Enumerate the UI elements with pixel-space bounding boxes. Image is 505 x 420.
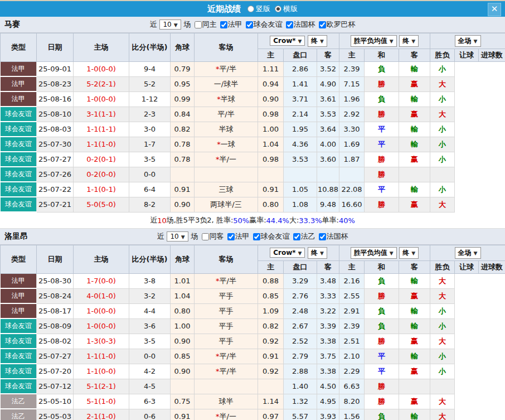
league-cell: 球会友谊 bbox=[1, 182, 37, 197]
league-filter-checkbox[interactable] bbox=[319, 233, 326, 240]
odds-away-cell: 0.91 bbox=[258, 349, 284, 364]
col-corners: 角球 bbox=[171, 33, 195, 62]
summary-line: 近10场,胜5平3负2, 胜率:50% 赢率:44.4% 大:33.3% 单率:… bbox=[0, 213, 505, 229]
filter-option[interactable]: 法乙 bbox=[291, 231, 315, 242]
goals-cell bbox=[430, 379, 455, 394]
filter-option[interactable]: 法甲 bbox=[218, 20, 242, 30]
avg-draw-cell: 3.38 bbox=[317, 364, 339, 379]
col-avg-home: 主 bbox=[339, 49, 365, 62]
vertical-radio[interactable] bbox=[247, 6, 254, 12]
avg-draw-cell: 3.22 bbox=[317, 303, 339, 318]
league-filter-checkbox[interactable] bbox=[286, 21, 293, 28]
handicap-star: * bbox=[216, 155, 220, 163]
close-icon[interactable]: ✕ bbox=[488, 3, 501, 16]
scope-select[interactable]: 全场▼ bbox=[455, 247, 481, 259]
score-cell: 5-2(2-1) bbox=[74, 76, 129, 91]
col-score: 比分(半场) bbox=[129, 33, 171, 62]
odds-home-cell: 0.99 bbox=[171, 91, 195, 107]
handicap-cell: *半/一 bbox=[195, 409, 258, 420]
avg-home-cell: 1.32 bbox=[284, 394, 317, 409]
avg-draw-cell: 9.48 bbox=[317, 197, 339, 212]
filter-option[interactable]: 法国杯 bbox=[317, 231, 348, 242]
league-filter-checkbox[interactable] bbox=[319, 21, 326, 28]
avg-select[interactable]: 胜平负均值▼ bbox=[351, 35, 397, 47]
filter-option[interactable]: 同客 bbox=[200, 231, 224, 242]
odds-away-cell: 0.97 bbox=[258, 409, 284, 420]
avg-select[interactable]: 胜平负均值▼ bbox=[351, 247, 397, 259]
col-type: 类型 bbox=[1, 245, 37, 274]
handicap-cell: 平/半 bbox=[195, 107, 258, 122]
match-row: 球会友谊25-07-201-1(0-0)4-20.90*平/半0.922.883… bbox=[1, 364, 505, 379]
goals-cell: 大 bbox=[430, 274, 455, 289]
score-cell: 5-1(2-1) bbox=[74, 379, 129, 394]
avg-away-cell: 2.10 bbox=[339, 349, 365, 364]
same-venue-checkbox[interactable] bbox=[202, 233, 209, 240]
match-count-select[interactable]: 10▼ bbox=[167, 231, 188, 242]
match-row: 球会友谊25-07-301-1(1-0)1-70.78*一球1.044.364.… bbox=[1, 137, 505, 152]
league-filter-checkbox[interactable] bbox=[253, 233, 260, 240]
result-cell: 勝 bbox=[365, 394, 399, 409]
result-cell: 負 bbox=[365, 303, 399, 318]
odds-away-cell bbox=[258, 379, 284, 394]
avg-home-cell: 2.86 bbox=[284, 62, 317, 77]
score-cell: 1-1(0-0) bbox=[74, 364, 129, 379]
filter-option[interactable]: 球会友谊 bbox=[251, 231, 290, 242]
filter-option[interactable]: 欧罗巴杯 bbox=[317, 20, 356, 30]
goals-cell: 小 bbox=[430, 303, 455, 318]
handicap-cell: *平/半 bbox=[195, 349, 258, 364]
vertical-radio-label[interactable]: 竖版 bbox=[256, 4, 270, 14]
avg-home-cell: 1.05 bbox=[284, 182, 317, 197]
summary-segment: 赢率: bbox=[249, 215, 266, 225]
avg-draw-cell: 3.60 bbox=[317, 152, 339, 167]
filter-option[interactable]: 同主 bbox=[192, 20, 217, 30]
result-cell: 平 bbox=[365, 364, 399, 379]
odds-home-cell: 0.95 bbox=[171, 76, 195, 91]
goals-cell: 大 bbox=[430, 76, 455, 91]
match-row: 球会友谊25-07-260-2(0-0)0-0勝 bbox=[1, 167, 505, 182]
avg-home-cell: 2.79 bbox=[284, 349, 317, 364]
avg-away-cell: 1.69 bbox=[339, 137, 365, 152]
league-filter-label: 法乙 bbox=[301, 231, 315, 242]
result-cell: 負 bbox=[365, 62, 399, 77]
odds-final-select[interactable]: 终▼ bbox=[308, 247, 327, 259]
match-count-value: 10 bbox=[163, 21, 171, 28]
avg-draw-cell: 4.95 bbox=[317, 394, 339, 409]
horizontal-radio-label[interactable]: 横版 bbox=[283, 4, 298, 14]
same-venue-checkbox[interactable] bbox=[195, 21, 202, 28]
league-filter-checkbox[interactable] bbox=[293, 233, 300, 240]
avg-draw-cell: 3.64 bbox=[317, 122, 339, 137]
summary-segment: 10 bbox=[157, 216, 167, 225]
avg-final-select[interactable]: 终▼ bbox=[399, 35, 419, 47]
handicap-cell: 平手 bbox=[195, 318, 258, 334]
match-row: 法甲25-08-235-2(2-1)5-20.95一/球半0.941.414.9… bbox=[1, 76, 505, 91]
col-avg-away: 客 bbox=[399, 49, 430, 62]
avg-final-select[interactable]: 终▼ bbox=[399, 247, 419, 259]
horizontal-radio[interactable] bbox=[275, 6, 281, 12]
scope-select[interactable]: 全场▼ bbox=[455, 35, 481, 47]
bookmaker-select[interactable]: Crow*▼ bbox=[270, 248, 305, 258]
avg-away-cell: 2.39 bbox=[339, 62, 365, 77]
filter-option[interactable]: 法国杯 bbox=[284, 20, 315, 30]
avg-away-cell: 2.51 bbox=[339, 334, 365, 349]
match-count-select[interactable]: 10▼ bbox=[159, 20, 181, 30]
league-filter-checkbox[interactable] bbox=[246, 21, 253, 28]
avg-home-cell: 1.41 bbox=[284, 76, 317, 91]
result-cell: 平 bbox=[365, 137, 399, 152]
odds-final-select[interactable]: 终▼ bbox=[308, 35, 327, 47]
avg-home-cell: 1.40 bbox=[284, 379, 317, 394]
league-filter-checkbox[interactable] bbox=[227, 233, 235, 240]
league-filter-checkbox[interactable] bbox=[220, 21, 227, 28]
odds-away-cell: 0.90 bbox=[258, 91, 284, 107]
avg-draw-cell: 3.38 bbox=[317, 334, 339, 349]
filter-option[interactable]: 法甲 bbox=[225, 231, 250, 242]
match-row: 球会友谊25-08-031-1(1-1)3-00.82半球1.001.953.6… bbox=[1, 122, 505, 137]
summary-segment: 40% bbox=[339, 216, 355, 225]
avg-draw-cell: 3.61 bbox=[317, 91, 339, 107]
handicap-cell: *平/半 bbox=[195, 364, 258, 379]
handicap-cell: *半球 bbox=[195, 91, 258, 107]
odds-home-cell: 1.04 bbox=[171, 288, 195, 303]
league-cell: 球会友谊 bbox=[1, 364, 37, 379]
filter-option[interactable]: 球会友谊 bbox=[244, 20, 283, 30]
bookmaker-select[interactable]: Crow*▼ bbox=[270, 36, 305, 46]
avg-home-cell: 1.95 bbox=[284, 122, 317, 137]
